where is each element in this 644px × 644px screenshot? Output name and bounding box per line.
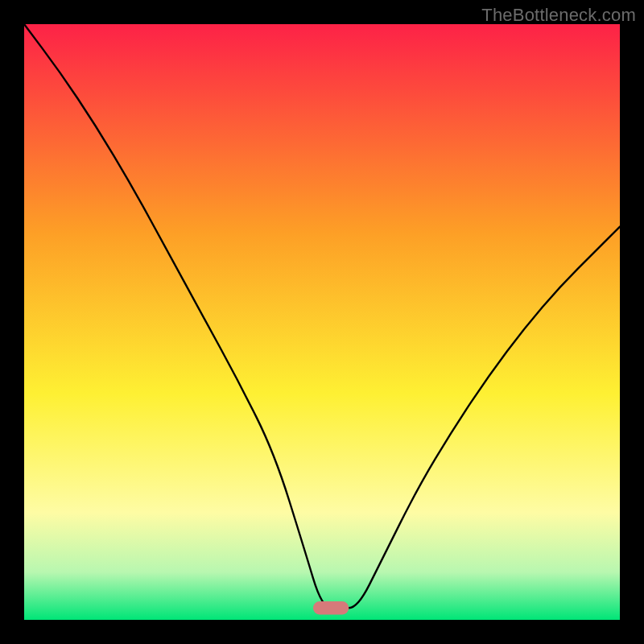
bottleneck-chart [0,0,644,644]
optimal-marker [313,601,349,614]
chart-frame: TheBottleneck.com [0,0,644,644]
watermark-text: TheBottleneck.com [481,5,636,26]
